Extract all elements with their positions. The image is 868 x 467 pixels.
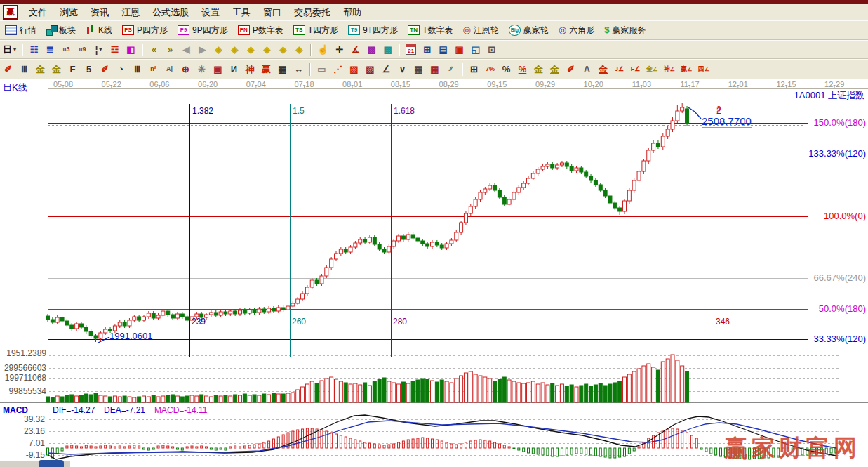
golden-levels-button[interactable]: 金 bbox=[547, 62, 562, 77]
h-measure-button[interactable]: ↔ bbox=[291, 62, 306, 77]
fan-box-button[interactable]: ▨ bbox=[347, 62, 361, 77]
golden-underline-button[interactable]: 金 bbox=[596, 62, 610, 77]
step-prev-button[interactable]: ◀ bbox=[179, 42, 194, 57]
menu-trade[interactable]: 交易委托 bbox=[288, 6, 337, 19]
teal-lattice-tool-button[interactable]: ▩ bbox=[380, 42, 395, 57]
golden-circle-button[interactable]: 金 bbox=[531, 62, 546, 77]
purple-lattice-tool-button[interactable]: ▩ bbox=[364, 42, 379, 57]
percent-7-button[interactable]: 7% bbox=[483, 62, 498, 77]
flag-pen-button[interactable]: ✐ bbox=[563, 62, 578, 77]
grid-comb-button[interactable]: Ⅲ bbox=[17, 62, 32, 77]
fan-dark-box-button[interactable]: ▧ bbox=[363, 62, 378, 77]
9p-square-button[interactable]: P99P四方形 bbox=[173, 23, 233, 38]
p-number-table-button[interactable]: PNP数字表 bbox=[233, 23, 288, 38]
shen-angle-button[interactable]: 神∠ bbox=[662, 62, 678, 77]
hexagon-button[interactable]: ◎六角形 bbox=[554, 23, 599, 38]
market-quotes-button[interactable]: 行情 bbox=[0, 23, 41, 38]
comb-2-button[interactable]: Ⅲ bbox=[130, 62, 145, 77]
four-angle-button[interactable]: 四∠ bbox=[696, 62, 712, 77]
square-grid-button[interactable]: ▦ bbox=[411, 62, 426, 77]
hand-tool-button[interactable]: ☝ bbox=[315, 42, 330, 57]
menu-window[interactable]: 窗口 bbox=[257, 6, 288, 19]
shen-grid-button[interactable]: 神 bbox=[243, 62, 258, 77]
golden-grid-1-button[interactable]: 金 bbox=[33, 62, 48, 77]
wave-n-button[interactable]: И bbox=[227, 62, 241, 77]
web-box-button[interactable]: ▣ bbox=[211, 62, 225, 77]
j-angle-button[interactable]: J∠ bbox=[612, 62, 627, 77]
stick-red-button[interactable]: ☲ bbox=[107, 42, 122, 57]
dense-grid-button[interactable]: ▦ bbox=[275, 62, 290, 77]
9t-square-button[interactable]: T99T四方形 bbox=[343, 23, 403, 38]
kline-button[interactable]: K线 bbox=[81, 23, 117, 38]
period-daily-button[interactable]: 日▾ bbox=[1, 42, 18, 57]
parallel-channel-button[interactable]: ∕∕ bbox=[443, 62, 458, 77]
crosshair-tool-button[interactable]: ✛ bbox=[332, 42, 347, 57]
ying-grid-button[interactable]: 赢 bbox=[259, 62, 274, 77]
angle-ruler-tool-button[interactable]: ∡ bbox=[348, 42, 363, 57]
gann-diamond-right-button[interactable]: ◈ bbox=[227, 42, 242, 57]
t-square-button[interactable]: TST四方形 bbox=[288, 23, 343, 38]
gann-diamond-star-button[interactable]: ◈ bbox=[276, 42, 291, 57]
brush-button[interactable]: ✐ bbox=[1, 62, 15, 77]
profile-colored-button[interactable]: ◧ bbox=[123, 42, 138, 57]
sectors-button[interactable]: 板块 bbox=[41, 23, 81, 38]
gann-diamond-center-button[interactable]: ◈ bbox=[292, 42, 307, 57]
menu-tools[interactable]: 工具 bbox=[226, 6, 257, 19]
calculator-button[interactable]: ⊞ bbox=[420, 42, 434, 57]
notepad-button[interactable]: ▤ bbox=[436, 42, 450, 57]
gann-diamond-cross-button[interactable]: ◈ bbox=[260, 42, 274, 57]
gann-fan-button[interactable]: ⋰ bbox=[330, 62, 345, 77]
bars-9-button[interactable]: ıı9 bbox=[75, 42, 90, 57]
step-next-icon: ▶ bbox=[199, 44, 206, 55]
gann-fan-circle-button[interactable]: ⊕ bbox=[178, 62, 193, 77]
angle-lines-button[interactable]: ∠ bbox=[379, 62, 394, 77]
print-button[interactable]: ⊡ bbox=[484, 42, 499, 57]
red-brush-button[interactable]: ✐ bbox=[98, 62, 112, 77]
taskbar-button-fragment[interactable] bbox=[39, 460, 64, 467]
star-web-button[interactable]: ✳ bbox=[194, 62, 209, 77]
volume-bar bbox=[421, 379, 425, 402]
p-square-button[interactable]: PSP四方形 bbox=[117, 23, 173, 38]
golden-grid-2-button[interactable]: 金 bbox=[49, 62, 64, 77]
square-grid-arrow-button[interactable]: ▦ bbox=[427, 62, 442, 77]
step-next-button[interactable]: ▶ bbox=[195, 42, 210, 57]
winner-wheel-button[interactable]: Big赢家轮 bbox=[504, 23, 554, 38]
menu-settings[interactable]: 设置 bbox=[195, 6, 226, 19]
menu-info[interactable]: 资讯 bbox=[84, 6, 115, 19]
time-clock-button[interactable]: ◔ bbox=[114, 62, 128, 77]
info-list-button[interactable]: ≣ bbox=[43, 42, 58, 57]
gann-wheel-button[interactable]: ◎江恩轮 bbox=[458, 23, 503, 38]
f-angle-button[interactable]: F∠ bbox=[628, 62, 643, 77]
quote-board-button[interactable]: ⊞ bbox=[467, 62, 481, 77]
menu-formula-pick[interactable]: 公式选股 bbox=[146, 6, 195, 19]
ying-angle-button[interactable]: 赢∠ bbox=[679, 62, 695, 77]
box-select-button[interactable]: ▭ bbox=[314, 62, 329, 77]
gold-angle-button[interactable]: 金∠ bbox=[644, 62, 660, 77]
spiral-5-button[interactable]: 5 bbox=[81, 62, 96, 77]
pattern-view-button[interactable]: ☷ bbox=[27, 42, 41, 57]
winner-service-button[interactable]: $赢家服务 bbox=[599, 23, 650, 38]
ying-grid-icon: 赢 bbox=[262, 64, 271, 74]
menu-browse[interactable]: 浏览 bbox=[53, 6, 84, 19]
a-wave-button[interactable]: A bbox=[580, 62, 594, 77]
jump-first-button[interactable]: « bbox=[147, 42, 161, 57]
menu-file[interactable]: 文件 bbox=[22, 6, 53, 19]
v-waves-button[interactable]: ∨ bbox=[395, 62, 410, 77]
bars-3-button[interactable]: ıı3 bbox=[59, 42, 74, 57]
chart-area[interactable]: 150.0%(180)133.33%(120)100.0%(0)66.67%(2… bbox=[0, 79, 868, 467]
fibo-grid-button[interactable]: F bbox=[65, 62, 80, 77]
t-number-table-button[interactable]: TNT数字表 bbox=[403, 23, 458, 38]
percent-button[interactable]: % bbox=[499, 62, 514, 77]
jump-last-button[interactable]: » bbox=[163, 42, 178, 57]
menu-gann[interactable]: 江恩 bbox=[115, 6, 146, 19]
menu-help[interactable]: 帮助 bbox=[337, 6, 368, 19]
export-web-button[interactable]: ◱ bbox=[468, 42, 483, 57]
percent-levels-button[interactable]: % bbox=[515, 62, 530, 77]
gann-diamond-left-button[interactable]: ◈ bbox=[211, 42, 226, 57]
save-button[interactable]: ▣ bbox=[452, 42, 467, 57]
n-square-button[interactable]: n² bbox=[146, 62, 161, 77]
candle-type-button[interactable]: ¦▾ bbox=[91, 42, 106, 57]
calendar-button[interactable]: 21 bbox=[403, 42, 418, 57]
gann-diamond-expand-button[interactable]: ◈ bbox=[243, 42, 258, 57]
a-divider-button[interactable]: A| bbox=[162, 62, 177, 77]
